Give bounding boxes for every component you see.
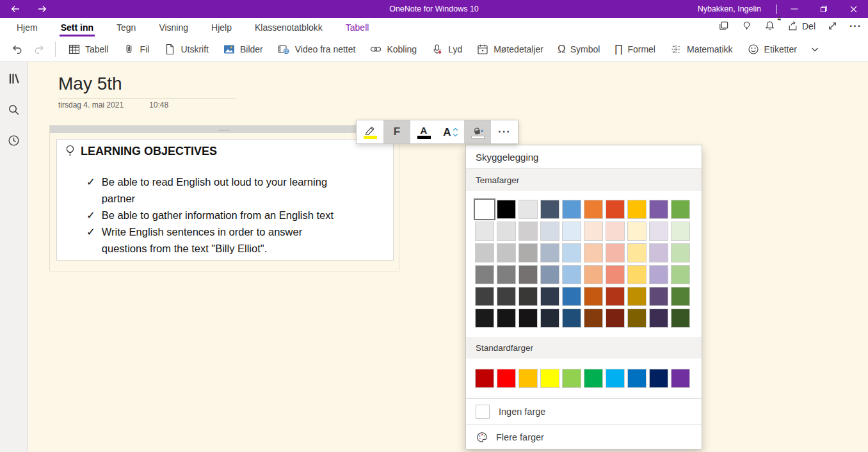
online-video-button[interactable]: Video fra nettet (270, 36, 363, 61)
tab-sett-inn[interactable]: Sett inn (49, 18, 105, 36)
color-swatch[interactable] (562, 265, 581, 284)
color-swatch[interactable] (518, 243, 538, 262)
color-swatch[interactable] (606, 200, 625, 219)
page-title[interactable]: May 5th (58, 74, 122, 94)
color-swatch[interactable] (584, 287, 603, 306)
color-swatch[interactable] (475, 309, 494, 328)
color-swatch[interactable] (562, 243, 581, 262)
tab-tegn[interactable]: Tegn (105, 18, 147, 36)
color-swatch[interactable] (627, 309, 647, 328)
tab-klassenotatblokk[interactable]: Klassenotatblokk (243, 18, 334, 36)
color-swatch[interactable] (649, 287, 668, 306)
more-options-button[interactable]: ··· (849, 20, 862, 32)
color-swatch[interactable] (671, 222, 690, 241)
math-button[interactable]: +−×÷ Matematikk (663, 36, 740, 61)
feed-button[interactable] (718, 20, 730, 32)
close-button[interactable] (839, 0, 868, 18)
color-swatch[interactable] (497, 309, 516, 328)
tab-visning[interactable]: Visning (147, 18, 200, 36)
tab-hjem[interactable]: Hjem (5, 18, 49, 36)
color-swatch[interactable] (584, 243, 603, 262)
color-swatch[interactable] (540, 287, 559, 306)
attach-file-button[interactable]: Fil (116, 36, 157, 61)
font-size-button[interactable]: A (437, 120, 464, 143)
color-swatch[interactable] (584, 200, 603, 219)
color-swatch[interactable] (497, 200, 516, 219)
color-swatch[interactable] (475, 243, 494, 262)
color-swatch[interactable] (540, 369, 559, 388)
color-swatch[interactable] (497, 369, 516, 388)
color-swatch[interactable] (606, 369, 625, 388)
color-swatch[interactable] (562, 287, 581, 306)
highlighter-button[interactable] (357, 120, 383, 143)
link-button[interactable]: Kobling (362, 36, 424, 61)
note-container[interactable]: ∙∙∙∙ LEARNING OBJECTIVES ✓ Be able to re… (49, 125, 399, 271)
color-swatch[interactable] (497, 222, 516, 241)
color-swatch[interactable] (475, 369, 494, 388)
insert-table-button[interactable]: Tabell (61, 36, 116, 61)
color-swatch[interactable] (671, 200, 690, 219)
color-swatch[interactable] (584, 265, 603, 284)
tips-button[interactable] (741, 20, 753, 32)
user-name[interactable]: Nybakken, Ingelin (698, 4, 761, 13)
pictures-button[interactable]: Bilder (216, 36, 270, 61)
color-swatch[interactable] (540, 309, 559, 328)
color-swatch[interactable] (518, 369, 538, 388)
color-swatch[interactable] (671, 265, 690, 284)
printout-button[interactable]: Utskrift (156, 36, 216, 61)
color-swatch[interactable] (584, 309, 603, 328)
color-swatch[interactable] (475, 222, 494, 241)
tab-tabell-contextual[interactable]: Tabell (334, 18, 381, 36)
forward-button[interactable] (36, 3, 49, 15)
color-swatch[interactable] (649, 265, 668, 284)
color-swatch[interactable] (497, 265, 516, 284)
color-swatch[interactable] (627, 222, 647, 241)
meeting-details-button[interactable]: Møtedetaljer (469, 36, 551, 61)
ribbon-overflow-button[interactable] (804, 36, 826, 61)
color-swatch[interactable] (606, 222, 625, 241)
font-color-button[interactable]: A (410, 120, 437, 143)
color-swatch[interactable] (649, 243, 668, 262)
color-swatch[interactable] (475, 200, 494, 219)
color-swatch[interactable] (562, 369, 581, 388)
color-swatch[interactable] (518, 287, 538, 306)
color-swatch[interactable] (475, 265, 494, 284)
color-swatch[interactable] (518, 309, 538, 328)
color-swatch[interactable] (606, 265, 625, 284)
minimize-button[interactable] (780, 0, 809, 18)
color-swatch[interactable] (671, 287, 690, 306)
color-swatch[interactable] (584, 369, 603, 388)
tab-hjelp[interactable]: Hjelp (200, 18, 243, 36)
bold-button[interactable]: F (383, 120, 410, 143)
color-swatch[interactable] (584, 222, 603, 241)
color-swatch[interactable] (562, 222, 581, 241)
note-drag-handle[interactable]: ∙∙∙∙ (50, 125, 399, 133)
recent-notes-button[interactable] (6, 133, 22, 148)
color-swatch[interactable] (649, 309, 668, 328)
no-color-option[interactable]: Ingen farge (466, 398, 702, 424)
color-swatch[interactable] (671, 369, 690, 388)
equation-button[interactable]: ∏ Formel (607, 36, 663, 61)
color-swatch[interactable] (606, 287, 625, 306)
back-button[interactable] (9, 3, 22, 15)
color-swatch[interactable] (497, 287, 516, 306)
color-swatch[interactable] (562, 309, 581, 328)
color-swatch[interactable] (606, 309, 625, 328)
color-swatch[interactable] (627, 369, 647, 388)
audio-button[interactable]: Lyd (424, 36, 469, 61)
color-swatch[interactable] (475, 287, 494, 306)
notifications-button[interactable]: 4 (764, 20, 776, 32)
more-colors-option[interactable]: Flere farger (466, 424, 702, 449)
color-swatch[interactable] (627, 287, 647, 306)
more-formatting-button[interactable]: ··· (491, 120, 518, 143)
color-swatch[interactable] (671, 243, 690, 262)
color-swatch[interactable] (518, 265, 538, 284)
stickers-button[interactable]: Etiketter (740, 36, 804, 61)
redo-button[interactable] (28, 36, 50, 61)
color-swatch[interactable] (649, 200, 668, 219)
color-swatch[interactable] (518, 222, 538, 241)
notebooks-button[interactable] (6, 71, 22, 86)
color-swatch[interactable] (518, 200, 538, 219)
color-swatch[interactable] (606, 243, 625, 262)
search-button[interactable] (6, 102, 22, 117)
